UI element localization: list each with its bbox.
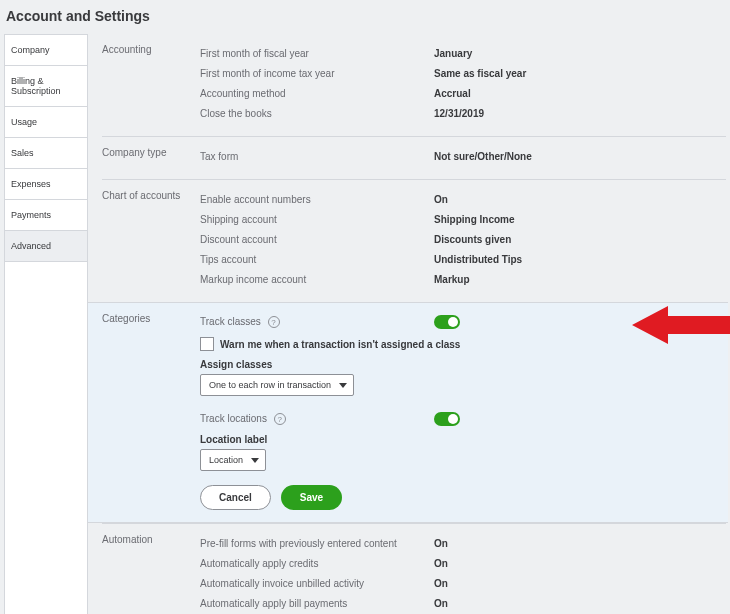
row-value: On (434, 578, 448, 589)
row-value: 12/31/2019 (434, 108, 484, 119)
main-content: Accounting First month of fiscal yearJan… (88, 34, 726, 614)
sidebar-item-payments[interactable]: Payments (5, 200, 87, 231)
row-label: Enable account numbers (200, 194, 434, 205)
row-value: Discounts given (434, 234, 511, 245)
section-accounting[interactable]: Accounting First month of fiscal yearJan… (102, 34, 726, 136)
warn-checkbox[interactable] (200, 337, 214, 351)
location-label-select[interactable]: Location (200, 449, 266, 471)
track-classes-label: Track classes ? (200, 316, 434, 328)
row-value: Same as fiscal year (434, 68, 526, 79)
sidebar-item-usage[interactable]: Usage (5, 107, 87, 138)
sidebar-item-advanced[interactable]: Advanced (5, 231, 87, 262)
row-label: Close the books (200, 108, 434, 119)
row-value: On (434, 598, 448, 609)
section-company-type[interactable]: Company type Tax formNot sure/Other/None (102, 136, 726, 179)
section-title: Accounting (102, 44, 200, 124)
row-value: Markup (434, 274, 470, 285)
row-label: Accounting method (200, 88, 434, 99)
sidebar-item-sales[interactable]: Sales (5, 138, 87, 169)
assign-classes-label: Assign classes (200, 359, 726, 370)
row-label: Automatically invoice unbilled activity (200, 578, 434, 589)
row-label: First month of fiscal year (200, 48, 434, 59)
sidebar-item-expenses[interactable]: Expenses (5, 169, 87, 200)
row-label: Pre-fill forms with previously entered c… (200, 538, 434, 549)
annotation-arrow-icon (632, 302, 730, 348)
row-value: Undistributed Tips (434, 254, 522, 265)
row-label: Shipping account (200, 214, 434, 225)
section-title: Categories (102, 313, 200, 510)
page-title: Account and Settings (0, 0, 730, 34)
assign-classes-select[interactable]: One to each row in transaction (200, 374, 354, 396)
cancel-button[interactable]: Cancel (200, 485, 271, 510)
row-value: Shipping Income (434, 214, 515, 225)
location-label-label: Location label (200, 434, 726, 445)
save-button[interactable]: Save (281, 485, 342, 510)
sidebar-item-billing[interactable]: Billing & Subscription (5, 66, 87, 107)
row-label: Discount account (200, 234, 434, 245)
row-value: On (434, 538, 448, 549)
svg-marker-0 (632, 306, 730, 344)
row-label: Tax form (200, 151, 434, 162)
info-icon[interactable]: ? (274, 413, 286, 425)
section-title: Chart of accounts (102, 190, 200, 290)
info-icon[interactable]: ? (268, 316, 280, 328)
row-value: Accrual (434, 88, 471, 99)
section-title: Automation (102, 534, 200, 614)
sidebar-item-company[interactable]: Company (5, 35, 87, 66)
row-value: On (434, 194, 448, 205)
track-locations-toggle[interactable] (434, 412, 460, 426)
warn-checkbox-label: Warn me when a transaction isn't assigne… (220, 339, 460, 350)
section-title: Company type (102, 147, 200, 167)
row-value: On (434, 558, 448, 569)
track-locations-label: Track locations ? (200, 413, 434, 425)
sidebar: Company Billing & Subscription Usage Sal… (4, 34, 88, 614)
row-label: Markup income account (200, 274, 434, 285)
section-automation[interactable]: Automation Pre-fill forms with previousl… (102, 523, 726, 614)
row-label: First month of income tax year (200, 68, 434, 79)
track-classes-toggle[interactable] (434, 315, 460, 329)
row-value: January (434, 48, 472, 59)
row-label: Automatically apply bill payments (200, 598, 434, 609)
row-label: Automatically apply credits (200, 558, 434, 569)
row-value: Not sure/Other/None (434, 151, 532, 162)
section-chart-of-accounts[interactable]: Chart of accounts Enable account numbers… (102, 179, 726, 302)
row-label: Tips account (200, 254, 434, 265)
